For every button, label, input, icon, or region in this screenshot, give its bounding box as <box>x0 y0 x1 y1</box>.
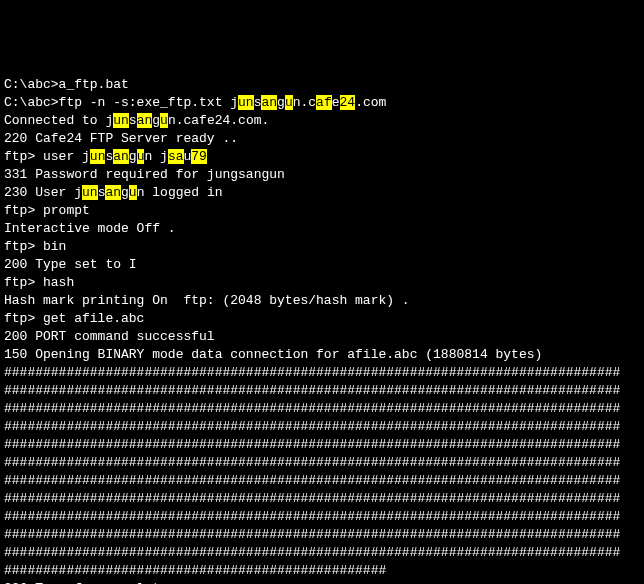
terminal-text: n logged in <box>137 185 223 200</box>
terminal-text: ########################################… <box>4 401 620 416</box>
highlighted-text: an <box>113 149 129 164</box>
terminal-line: ########################################… <box>4 400 640 418</box>
terminal-line: Interactive mode Off . <box>4 220 640 238</box>
terminal-text: ########################################… <box>4 365 620 380</box>
terminal-line: Connected to junsangun.cafe24.com. <box>4 112 640 130</box>
terminal-text: ########################################… <box>4 473 620 488</box>
terminal-text: ########################################… <box>4 527 620 542</box>
terminal-text: ftp> bin <box>4 239 66 254</box>
terminal-text: Hash mark printing On ftp: (2048 bytes/h… <box>4 293 410 308</box>
terminal-text: g <box>152 113 160 128</box>
terminal-text: ########################################… <box>4 383 620 398</box>
terminal-text: n.cafe24.com. <box>168 113 269 128</box>
terminal-line: ########################################… <box>4 436 640 454</box>
highlighted-text: an <box>261 95 277 110</box>
terminal-output[interactable]: C:\abc>a_ftp.batC:\abc>ftp -n -s:exe_ftp… <box>4 76 640 584</box>
terminal-text: 331 Password required for jungsangun <box>4 167 285 182</box>
highlighted-text: an <box>137 113 153 128</box>
highlighted-text: u <box>129 185 137 200</box>
terminal-text: n j <box>144 149 167 164</box>
terminal-text: 200 Type set to I <box>4 257 137 272</box>
terminal-line: ########################################… <box>4 472 640 490</box>
terminal-line: 226 Transfer complete <box>4 580 640 584</box>
terminal-text: Connected to j <box>4 113 113 128</box>
terminal-text: 220 Cafe24 FTP Server ready .. <box>4 131 238 146</box>
terminal-line: ########################################… <box>4 364 640 382</box>
terminal-text: s <box>129 113 137 128</box>
terminal-line: ########################################… <box>4 382 640 400</box>
terminal-text: g <box>121 185 129 200</box>
terminal-text: C:\abc>ftp -n -s:exe_ftp.txt j <box>4 95 238 110</box>
terminal-line: Hash mark printing On ftp: (2048 bytes/h… <box>4 292 640 310</box>
terminal-line: 150 Opening BINARY mode data connection … <box>4 346 640 364</box>
terminal-line: 331 Password required for jungsangun <box>4 166 640 184</box>
terminal-text: Interactive mode Off . <box>4 221 176 236</box>
terminal-text: ########################################… <box>4 455 620 470</box>
terminal-text: ########################################… <box>4 545 620 560</box>
terminal-text: g <box>277 95 285 110</box>
terminal-text: ftp> hash <box>4 275 74 290</box>
terminal-text: 200 PORT command successful <box>4 329 215 344</box>
terminal-text: ########################################… <box>4 437 620 452</box>
terminal-line: ########################################… <box>4 418 640 436</box>
highlighted-text: un <box>82 185 98 200</box>
terminal-line: ########################################… <box>4 544 640 562</box>
terminal-text: ########################################… <box>4 509 620 524</box>
terminal-text: ftp> get afile.abc <box>4 311 144 326</box>
terminal-text: ########################################… <box>4 491 620 506</box>
terminal-line: ########################################… <box>4 562 640 580</box>
terminal-line: 230 User junsangun logged in <box>4 184 640 202</box>
terminal-line: 220 Cafe24 FTP Server ready .. <box>4 130 640 148</box>
highlighted-text: sa <box>168 149 184 164</box>
highlighted-text: an <box>105 185 121 200</box>
terminal-line: C:\abc>a_ftp.bat <box>4 76 640 94</box>
terminal-text: ########################################… <box>4 419 620 434</box>
terminal-text: 230 User j <box>4 185 82 200</box>
terminal-line: ftp> get afile.abc <box>4 310 640 328</box>
terminal-line: ftp> hash <box>4 274 640 292</box>
terminal-line: ########################################… <box>4 454 640 472</box>
highlighted-text: un <box>238 95 254 110</box>
terminal-line: ftp> user junsangun jsau79 <box>4 148 640 166</box>
terminal-text: g <box>129 149 137 164</box>
highlighted-text: 24 <box>340 95 356 110</box>
highlighted-text: af <box>316 95 332 110</box>
terminal-line: ########################################… <box>4 526 640 544</box>
highlighted-text: 79 <box>191 149 207 164</box>
highlighted-text: un <box>113 113 129 128</box>
terminal-text: ftp> prompt <box>4 203 90 218</box>
terminal-line: ftp> bin <box>4 238 640 256</box>
terminal-line: 200 PORT command successful <box>4 328 640 346</box>
terminal-line: ########################################… <box>4 508 640 526</box>
terminal-line: C:\abc>ftp -n -s:exe_ftp.txt junsangun.c… <box>4 94 640 112</box>
terminal-text: ftp> user j <box>4 149 90 164</box>
terminal-text: C:\abc>a_ftp.bat <box>4 77 129 92</box>
terminal-text: ########################################… <box>4 563 386 578</box>
terminal-text: e <box>332 95 340 110</box>
terminal-text: n.c <box>293 95 316 110</box>
highlighted-text: un <box>90 149 106 164</box>
highlighted-text: u <box>285 95 293 110</box>
terminal-text: .com <box>355 95 386 110</box>
terminal-line: ########################################… <box>4 490 640 508</box>
terminal-text: 150 Opening BINARY mode data connection … <box>4 347 542 362</box>
terminal-line: ftp> prompt <box>4 202 640 220</box>
terminal-line: 200 Type set to I <box>4 256 640 274</box>
highlighted-text: u <box>160 113 168 128</box>
